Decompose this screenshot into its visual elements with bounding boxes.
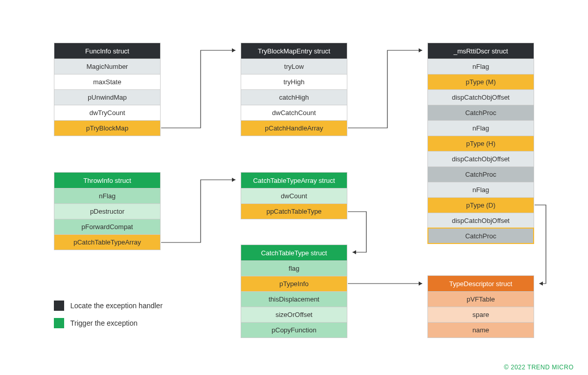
funcinfo-struct: FuncInfo struct MagicNumber maxState pUn…: [54, 43, 161, 136]
legend-locate: Locate the exception handler: [54, 301, 163, 311]
throwinfo-nflag: nFlag: [54, 188, 160, 203]
tryblock-catchhigh: catchHigh: [241, 89, 347, 105]
legend: Locate the exception handler Trigger the…: [54, 301, 163, 335]
msrtti-disp1: dispCatchObjOffset: [428, 89, 534, 105]
funcinfo-ptryblockmap: pTryBlockMap: [54, 120, 160, 136]
msrtti-struct: _msRttiDscr struct nFlag pType (M) dispC…: [427, 43, 534, 244]
typedesc-spare: spare: [428, 307, 534, 322]
msrtti-ptyped: pType (D): [428, 197, 534, 213]
legend-swatch-green: [54, 318, 64, 328]
tryblock-pcatchhandlearray: pCatchHandleArray: [241, 120, 347, 136]
catcharray-struct: CatchTableTypeArray struct dwCount ppCat…: [241, 172, 347, 219]
catchtype-ptypeinfo: pTypeInfo: [241, 276, 347, 291]
throwinfo-pforwardcompat: pForwardCompat: [54, 219, 160, 234]
tryblock-tryhigh: tryHigh: [241, 74, 347, 89]
msrtti-disp3: dispCatchObjOffset: [428, 213, 534, 228]
typedesc-pvftable: pVFTable: [428, 291, 534, 307]
catcharray-ppcatchtabletype: ppCatchTableType: [241, 203, 347, 219]
typedesc-struct: TypeDescriptor struct pVFTable spare nam…: [427, 275, 534, 338]
funcinfo-punwindmap: pUnwindMap: [54, 89, 160, 105]
catchtype-header: CatchTableType struct: [241, 245, 347, 260]
throwinfo-pdestructor: pDestructor: [54, 203, 160, 219]
throwinfo-struct: ThrowInfo struct nFlag pDestructor pForw…: [54, 172, 161, 250]
catcharray-header: CatchTableTypeArray struct: [241, 173, 347, 188]
msrtti-nflag1: nFlag: [428, 59, 534, 74]
throwinfo-pcatchtabletypearray: pCatchTableTypeArray: [54, 234, 160, 250]
funcinfo-dwtrycount: dwTryCount: [54, 105, 160, 120]
copyright: © 2022 TREND MICRO: [504, 364, 574, 371]
msrtti-catchproc2: CatchProc: [428, 166, 534, 182]
msrtti-ptypeh: pType (H): [428, 136, 534, 151]
funcinfo-magicnumber: MagicNumber: [54, 59, 160, 74]
msrtti-catchproc3: CatchProc: [428, 228, 534, 243]
legend-swatch-dark: [54, 301, 64, 311]
tryblock-dwcatchcount: dwCatchCount: [241, 105, 347, 120]
msrtti-disp2: dispCatchObjOffset: [428, 151, 534, 166]
catchtype-sizeoroffset: sizeOrOffset: [241, 307, 347, 322]
msrtti-nflag2: nFlag: [428, 120, 534, 136]
throwinfo-header: ThrowInfo struct: [54, 173, 160, 188]
funcinfo-maxstate: maxState: [54, 74, 160, 89]
catchtype-pcopyfunction: pCopyFunction: [241, 322, 347, 338]
typedesc-header: TypeDescriptor struct: [428, 276, 534, 291]
tryblock-header: TryBlockMapEntry struct: [241, 43, 347, 59]
catcharray-dwcount: dwCount: [241, 188, 347, 203]
funcinfo-header: FuncInfo struct: [54, 43, 160, 59]
catchtype-struct: CatchTableType struct flag pTypeInfo thi…: [241, 245, 347, 338]
catchtype-flag: flag: [241, 260, 347, 276]
msrtti-catchproc1: CatchProc: [428, 105, 534, 120]
legend-trigger: Trigger the exception: [54, 318, 163, 328]
catchtype-thisdisplacement: thisDisplacement: [241, 291, 347, 307]
tryblock-struct: TryBlockMapEntry struct tryLow tryHigh c…: [241, 43, 347, 136]
msrtti-nflag3: nFlag: [428, 182, 534, 197]
typedesc-name: name: [428, 322, 534, 338]
msrtti-header: _msRttiDscr struct: [428, 43, 534, 59]
tryblock-trylow: tryLow: [241, 59, 347, 74]
msrtti-ptypem: pType (M): [428, 74, 534, 89]
